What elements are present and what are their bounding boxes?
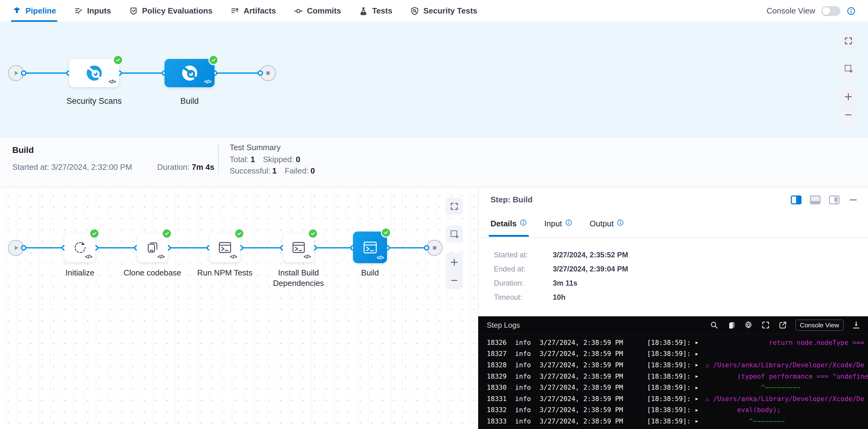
graph-node-build[interactable]: </> [353, 232, 387, 263]
stop-icon [431, 244, 439, 252]
success-check-icon [308, 228, 318, 239]
log-level: info [515, 372, 539, 380]
step-logs-panel: Step Logs Console View 18326info3/27/202… [478, 316, 868, 429]
tab-label: Input [544, 219, 562, 228]
detail-row: Ended at:3/27/2024, 2:39:04 PM [494, 265, 628, 273]
tab-input[interactable]: Input [544, 219, 572, 237]
graph-node-label: Install Build Dependencies [273, 268, 324, 288]
inputs-icon [74, 6, 83, 16]
tab-output[interactable]: Output [590, 219, 624, 237]
top-navigation: PipelineInputsPolicy EvaluationsArtifact… [0, 0, 868, 22]
expand-caret-icon[interactable]: ▶ [695, 362, 705, 367]
log-message: (typeof performance === "undefined [705, 372, 868, 380]
test-summary-item: Failed:0 [284, 166, 315, 176]
play-icon [12, 244, 20, 252]
tab-commits[interactable]: Commits [294, 0, 341, 22]
zoom-out-button[interactable] [844, 110, 853, 119]
log-line-number: 18330 [487, 384, 515, 391]
console-view-toggle[interactable] [822, 6, 840, 16]
test-summary-label: Failed: [284, 166, 308, 175]
marquee-select-button[interactable] [446, 225, 463, 243]
graph-node-label: Build [180, 96, 198, 106]
graph-node-initialize[interactable]: </> [64, 233, 95, 262]
nav-tabs: PipelineInputsPolicy EvaluationsArtifact… [12, 0, 477, 22]
fullscreen-icon[interactable] [761, 320, 770, 330]
code-badge: </> [85, 254, 92, 260]
security-tests-icon [410, 6, 419, 16]
download-icon[interactable] [852, 320, 861, 330]
success-check-icon [89, 228, 99, 239]
info-icon[interactable] [846, 6, 856, 16]
log-date: 3/27/2024, 2:38:59 PM [539, 372, 647, 380]
nav-right-controls: Console View [766, 6, 856, 16]
log-time: [18:38:59]: [647, 395, 695, 403]
tab-pipeline[interactable]: Pipeline [12, 0, 56, 22]
layout-bottom-icon[interactable] [810, 195, 821, 205]
fullscreen-button[interactable] [446, 198, 463, 215]
log-level: info [515, 417, 539, 425]
log-line: 18329info3/27/2024, 2:38:59 PM[18:38:59]… [487, 371, 868, 382]
graph-edge [16, 72, 268, 74]
log-line: 18332info3/27/2024, 2:38:59 PM[18:38:59]… [487, 404, 868, 416]
test-summary-item: Total:1 [229, 155, 255, 164]
tab-details[interactable]: Details [491, 219, 527, 237]
layout-right-icon[interactable] [790, 195, 802, 205]
connector-dot [257, 70, 263, 76]
connector-dot [21, 70, 26, 76]
tab-policy-evaluations[interactable]: Policy Evaluations [129, 0, 213, 22]
pipeline-graph-canvas[interactable]: </>Security Scans</>Build [0, 22, 868, 137]
log-date: 3/27/2024, 2:38:59 PM [539, 350, 647, 358]
log-level: info [515, 361, 539, 369]
toggle-knob [822, 7, 830, 15]
step-panel-header: Step: Build [491, 195, 859, 205]
log-line: 18328info3/27/2024, 2:38:59 PM[18:38:59]… [487, 359, 868, 371]
tab-security-tests[interactable]: Security Tests [410, 0, 477, 22]
tests-icon [359, 6, 368, 16]
detail-value: 3m 11s [553, 279, 577, 287]
test-summary-value: 0 [296, 155, 300, 164]
fullscreen-button[interactable] [840, 32, 857, 50]
success-check-icon [113, 55, 123, 65]
test-summary-label: Total: [229, 155, 249, 164]
expand-caret-icon[interactable]: ▶ [695, 374, 705, 379]
terminal-icon [362, 239, 379, 256]
expand-caret-icon[interactable]: ▶ [695, 340, 705, 345]
external-link-icon[interactable] [778, 320, 787, 330]
scan-icon [85, 64, 104, 83]
tab-artifacts[interactable]: Artifacts [230, 0, 276, 22]
tab-tests[interactable]: Tests [359, 0, 392, 22]
copy-icon[interactable] [727, 320, 736, 330]
zoom-out-button[interactable] [450, 276, 459, 285]
panel-layout-controls [790, 195, 859, 205]
connector-dot [21, 245, 26, 251]
summary-divider [218, 144, 219, 174]
tab-label: Artifacts [243, 6, 276, 16]
expand-caret-icon[interactable]: ▶ [695, 396, 705, 401]
log-date: 3/27/2024, 2:38:59 PM [539, 395, 647, 403]
expand-caret-icon[interactable]: ▶ [695, 407, 705, 412]
log-date: 3/27/2024, 2:38:59 PM [539, 406, 647, 413]
layout-float-icon[interactable] [829, 195, 840, 205]
expand-caret-icon[interactable]: ▶ [695, 385, 705, 390]
settings-icon[interactable] [744, 320, 753, 330]
graph-node-clone-codebase[interactable]: </> [137, 233, 168, 262]
zoom-controls [446, 253, 463, 289]
expand-caret-icon[interactable]: ▶ [695, 419, 705, 424]
zoom-in-button[interactable] [450, 258, 459, 267]
stage-graph-canvas[interactable]: </>Initialize</>Clone codebase</>Run NPM… [0, 188, 478, 429]
graph-node-security-scans[interactable]: </> [69, 59, 119, 87]
console-view-label: Console View [766, 6, 815, 16]
log-date: 3/27/2024, 2:38:59 PM [539, 339, 647, 346]
graph-node-build[interactable]: </> [164, 59, 215, 87]
console-view-button[interactable]: Console View [796, 320, 843, 331]
zoom-in-button[interactable] [844, 92, 853, 101]
tab-inputs[interactable]: Inputs [74, 0, 111, 22]
log-time: [18:38:59]: [647, 406, 695, 413]
search-icon[interactable] [710, 320, 718, 330]
expand-caret-icon[interactable]: ▶ [695, 351, 705, 356]
minimize-icon[interactable] [848, 195, 859, 205]
graph-node-run-npm-tests[interactable]: </> [209, 233, 240, 262]
tab-label: Commits [307, 6, 341, 16]
graph-node-install-build-dependencies[interactable]: </> [283, 233, 314, 262]
marquee-select-button[interactable] [840, 60, 857, 77]
